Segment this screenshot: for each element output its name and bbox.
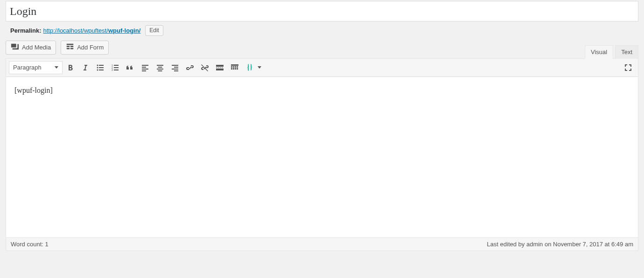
svg-point-4 — [97, 69, 98, 70]
permalink-link[interactable]: http://localhost/wpuftest/wpuf-login/ — [43, 27, 140, 34]
svg-rect-19 — [158, 70, 162, 71]
svg-point-2 — [97, 67, 98, 68]
fullscreen-button[interactable] — [621, 61, 635, 75]
svg-rect-27 — [220, 67, 221, 68]
format-select-label: Paragraph — [13, 64, 42, 71]
media-row: Add Media Add Form Visual Text — [6, 41, 638, 58]
svg-rect-29 — [216, 69, 224, 70]
add-media-button[interactable]: Add Media — [6, 41, 56, 55]
svg-rect-14 — [142, 69, 148, 70]
permalink-row: Permalink: http://localhost/wpuftest/wpu… — [6, 24, 638, 41]
svg-rect-1 — [99, 65, 104, 66]
editor-tabs: Visual Text — [585, 45, 638, 59]
permalink-slug: wpuf-login/ — [108, 27, 140, 34]
permalink-label: Permalink: — [10, 27, 41, 34]
post-title-text: Login — [10, 6, 36, 17]
numbered-list-button[interactable]: 123 — [108, 61, 122, 75]
tab-text[interactable]: Text — [615, 45, 638, 59]
chevron-down-icon[interactable] — [258, 66, 261, 69]
status-bar: Word count: 1 Last edited by admin on No… — [6, 238, 638, 250]
svg-rect-7 — [114, 65, 119, 66]
shortcode-button[interactable] — [243, 61, 257, 75]
add-form-label: Add Form — [77, 44, 104, 51]
tab-visual[interactable]: Visual — [585, 45, 613, 59]
svg-rect-31 — [231, 66, 232, 68]
add-form-button[interactable]: Add Form — [61, 41, 109, 55]
svg-rect-17 — [158, 67, 162, 68]
svg-rect-34 — [237, 66, 238, 68]
svg-rect-36 — [233, 68, 234, 70]
svg-rect-5 — [99, 70, 104, 70]
svg-rect-15 — [142, 70, 146, 71]
editor-wrap: Paragraph 123 — [6, 58, 638, 251]
read-more-button[interactable] — [213, 61, 227, 75]
svg-rect-24 — [216, 65, 224, 67]
svg-rect-30 — [231, 64, 238, 66]
align-left-button[interactable] — [138, 61, 152, 75]
add-media-label: Add Media — [22, 44, 51, 51]
bullet-list-button[interactable] — [93, 61, 107, 75]
svg-rect-9 — [114, 67, 119, 68]
editor-toolbar: Paragraph 123 — [6, 59, 638, 77]
svg-rect-26 — [218, 67, 219, 68]
post-title-input[interactable]: Login — [6, 1, 638, 21]
media-icon — [11, 42, 19, 52]
svg-rect-28 — [222, 67, 223, 68]
svg-rect-22 — [172, 69, 178, 70]
svg-rect-20 — [172, 65, 178, 66]
word-count: Word count: 1 — [11, 241, 49, 248]
last-edited: Last edited by admin on November 7, 2017… — [487, 241, 633, 248]
svg-rect-16 — [157, 65, 163, 66]
svg-rect-35 — [231, 68, 232, 70]
svg-rect-18 — [157, 69, 163, 70]
svg-rect-3 — [99, 67, 104, 68]
blockquote-button[interactable] — [123, 61, 137, 75]
format-select[interactable]: Paragraph — [9, 61, 63, 74]
form-icon — [66, 42, 74, 52]
editor-body-text: [wpuf-login] — [14, 86, 630, 95]
italic-button[interactable] — [78, 61, 92, 75]
svg-rect-37 — [235, 68, 236, 70]
permalink-base: http://localhost/wpuftest/ — [43, 27, 108, 34]
editor-content-area[interactable]: [wpuf-login] — [6, 77, 638, 238]
svg-rect-38 — [237, 68, 238, 70]
align-right-button[interactable] — [168, 61, 182, 75]
toolbar-toggle-button[interactable] — [228, 61, 242, 75]
svg-rect-12 — [142, 65, 148, 66]
svg-text:3: 3 — [112, 69, 113, 71]
bold-button[interactable] — [63, 61, 77, 75]
svg-rect-25 — [216, 67, 217, 68]
chevron-down-icon — [55, 66, 58, 69]
unlink-button[interactable] — [198, 61, 212, 75]
align-center-button[interactable] — [153, 61, 167, 75]
svg-rect-32 — [233, 66, 234, 68]
svg-point-0 — [97, 64, 98, 66]
svg-rect-23 — [174, 70, 178, 71]
svg-rect-13 — [142, 67, 146, 68]
svg-rect-11 — [114, 70, 119, 70]
svg-rect-33 — [235, 66, 236, 68]
link-button[interactable] — [183, 61, 197, 75]
edit-permalink-button[interactable]: Edit — [145, 25, 163, 36]
svg-rect-21 — [174, 67, 178, 68]
